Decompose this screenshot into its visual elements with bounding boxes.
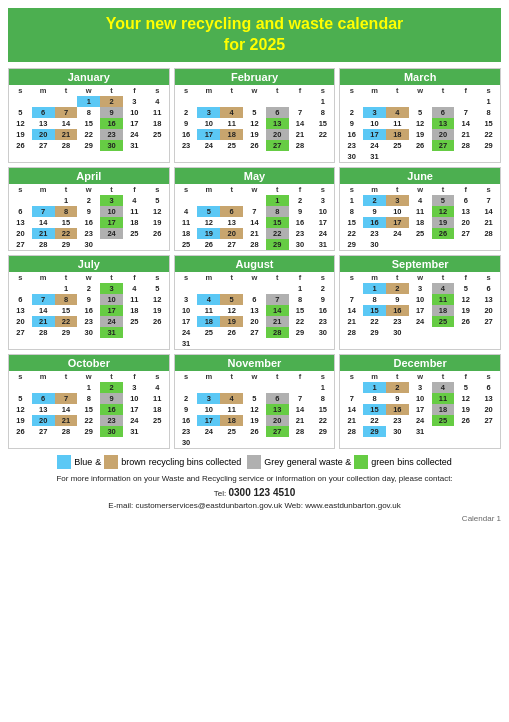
month-february: Februarysmtwtfs1234567891011121314151617… bbox=[174, 68, 336, 163]
day-cell: 28 bbox=[32, 239, 55, 250]
day-header: t bbox=[266, 272, 289, 283]
day-cell bbox=[55, 382, 78, 393]
day-cell: 11 bbox=[123, 294, 146, 305]
blue-box bbox=[57, 455, 71, 469]
day-header: s bbox=[146, 272, 169, 283]
day-cell: 2 bbox=[386, 382, 409, 393]
day-header: t bbox=[100, 184, 123, 195]
day-cell: 27 bbox=[9, 239, 32, 250]
month-title: June bbox=[340, 168, 500, 184]
day-cell: 6 bbox=[9, 206, 32, 217]
day-header: f bbox=[454, 184, 477, 195]
day-cell: 23 bbox=[289, 228, 312, 239]
day-cell: 12 bbox=[243, 118, 266, 129]
month-december: Decembersmtwtfs1234567891011121314151617… bbox=[339, 354, 501, 449]
day-cell: 18 bbox=[146, 404, 169, 415]
day-cell: 25 bbox=[146, 415, 169, 426]
day-header: w bbox=[77, 184, 100, 195]
week-row: 2345678 bbox=[340, 107, 500, 118]
day-cell: 5 bbox=[9, 107, 32, 118]
day-cell: 7 bbox=[289, 107, 312, 118]
day-cell: 20 bbox=[9, 316, 32, 327]
day-cell bbox=[266, 382, 289, 393]
day-cell bbox=[243, 338, 266, 349]
day-cell: 21 bbox=[289, 129, 312, 140]
day-header: w bbox=[243, 371, 266, 382]
day-cell: 18 bbox=[146, 118, 169, 129]
day-cell: 15 bbox=[340, 217, 363, 228]
day-cell: 23 bbox=[386, 415, 409, 426]
day-cell: 5 bbox=[146, 195, 169, 206]
day-cell: 26 bbox=[243, 426, 266, 437]
day-cell: 11 bbox=[197, 305, 220, 316]
day-header: m bbox=[32, 371, 55, 382]
day-cell: 7 bbox=[32, 206, 55, 217]
day-cell: 6 bbox=[266, 107, 289, 118]
day-cell: 6 bbox=[32, 107, 55, 118]
day-cell bbox=[454, 327, 477, 338]
day-cell: 13 bbox=[32, 118, 55, 129]
day-cell bbox=[386, 239, 409, 250]
day-cell bbox=[340, 382, 363, 393]
week-row: 1234567 bbox=[340, 195, 500, 206]
day-cell bbox=[266, 338, 289, 349]
day-cell: 29 bbox=[311, 426, 334, 437]
day-cell: 1 bbox=[340, 195, 363, 206]
month-title: January bbox=[9, 69, 169, 85]
day-header: t bbox=[100, 272, 123, 283]
day-header: m bbox=[363, 272, 386, 283]
day-cell: 25 bbox=[146, 129, 169, 140]
day-cell bbox=[289, 382, 312, 393]
day-cell: 3 bbox=[123, 382, 146, 393]
day-cell: 3 bbox=[100, 195, 123, 206]
day-cell bbox=[409, 327, 432, 338]
day-cell: 21 bbox=[454, 129, 477, 140]
day-cell: 27 bbox=[220, 239, 243, 250]
day-cell bbox=[477, 151, 500, 162]
day-cell: 19 bbox=[146, 305, 169, 316]
day-cell bbox=[340, 96, 363, 107]
day-cell: 16 bbox=[100, 118, 123, 129]
month-title: April bbox=[9, 168, 169, 184]
day-cell: 10 bbox=[100, 206, 123, 217]
day-cell: 1 bbox=[266, 195, 289, 206]
day-cell bbox=[477, 426, 500, 437]
day-header: f bbox=[454, 85, 477, 96]
day-cell bbox=[220, 437, 243, 448]
day-cell: 8 bbox=[363, 393, 386, 404]
header: Your new recycling and waste calendar fo… bbox=[8, 8, 501, 62]
day-cell: 4 bbox=[409, 195, 432, 206]
day-cell: 23 bbox=[311, 316, 334, 327]
day-cell: 24 bbox=[100, 228, 123, 239]
day-cell bbox=[9, 195, 32, 206]
day-cell: 31 bbox=[123, 426, 146, 437]
day-cell: 16 bbox=[289, 217, 312, 228]
day-cell bbox=[197, 338, 220, 349]
day-cell: 16 bbox=[175, 129, 198, 140]
week-row: 262728293031 bbox=[9, 426, 169, 437]
day-cell: 6 bbox=[454, 195, 477, 206]
day-cell bbox=[197, 437, 220, 448]
day-cell: 14 bbox=[477, 206, 500, 217]
day-cell: 26 bbox=[9, 140, 32, 151]
day-cell: 12 bbox=[243, 404, 266, 415]
blue-label: Blue bbox=[74, 457, 92, 467]
day-cell: 19 bbox=[9, 129, 32, 140]
week-row: 78910111213 bbox=[340, 393, 500, 404]
day-cell: 21 bbox=[55, 415, 78, 426]
day-cell: 3 bbox=[409, 283, 432, 294]
day-cell: 18 bbox=[386, 129, 409, 140]
day-cell bbox=[55, 96, 78, 107]
day-cell: 24 bbox=[100, 316, 123, 327]
week-row: 1 bbox=[175, 382, 335, 393]
day-cell: 11 bbox=[220, 118, 243, 129]
day-header: m bbox=[197, 184, 220, 195]
day-cell: 29 bbox=[477, 140, 500, 151]
day-cell: 5 bbox=[454, 382, 477, 393]
day-cell: 19 bbox=[197, 228, 220, 239]
day-cell: 8 bbox=[363, 294, 386, 305]
day-cell: 25 bbox=[220, 426, 243, 437]
week-row: 13141516171819 bbox=[9, 305, 169, 316]
day-cell: 26 bbox=[220, 327, 243, 338]
day-header: t bbox=[432, 85, 455, 96]
